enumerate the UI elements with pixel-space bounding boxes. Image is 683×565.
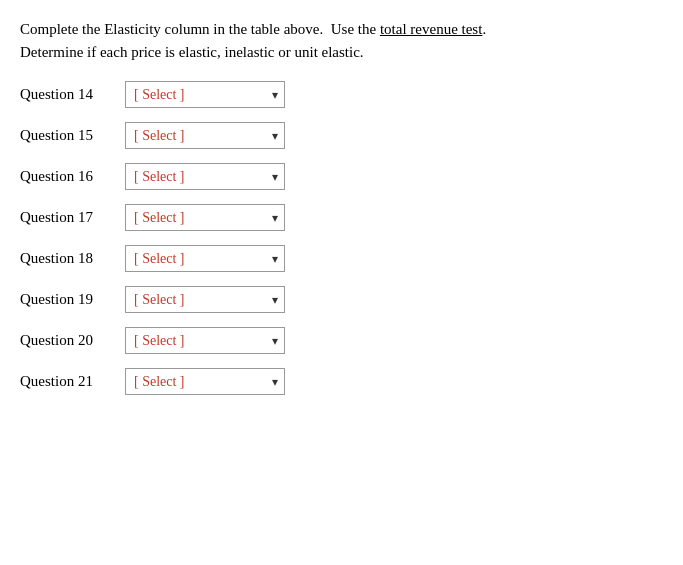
question-label: Question 21: [20, 373, 125, 390]
select-dropdown-q21[interactable]: [ Select ]elasticinelasticunit elastic: [125, 368, 285, 395]
question-row: Question 21[ Select ]elasticinelasticuni…: [20, 368, 663, 395]
questions-container: Question 14[ Select ]elasticinelasticuni…: [20, 81, 663, 395]
select-dropdown-q19[interactable]: [ Select ]elasticinelasticunit elastic: [125, 286, 285, 313]
question-row: Question 16[ Select ]elasticinelasticuni…: [20, 163, 663, 190]
question-row: Question 19[ Select ]elasticinelasticuni…: [20, 286, 663, 313]
question-label: Question 19: [20, 291, 125, 308]
select-wrapper: [ Select ]elasticinelasticunit elastic▾: [125, 122, 285, 149]
question-label: Question 20: [20, 332, 125, 349]
total-revenue-test-link[interactable]: total revenue test: [380, 21, 482, 37]
question-row: Question 14[ Select ]elasticinelasticuni…: [20, 81, 663, 108]
select-wrapper: [ Select ]elasticinelasticunit elastic▾: [125, 204, 285, 231]
select-dropdown-q17[interactable]: [ Select ]elasticinelasticunit elastic: [125, 204, 285, 231]
question-label: Question 16: [20, 168, 125, 185]
question-label: Question 14: [20, 86, 125, 103]
question-row: Question 17[ Select ]elasticinelasticuni…: [20, 204, 663, 231]
question-label: Question 17: [20, 209, 125, 226]
question-row: Question 15[ Select ]elasticinelasticuni…: [20, 122, 663, 149]
select-wrapper: [ Select ]elasticinelasticunit elastic▾: [125, 327, 285, 354]
question-row: Question 20[ Select ]elasticinelasticuni…: [20, 327, 663, 354]
question-label: Question 18: [20, 250, 125, 267]
select-wrapper: [ Select ]elasticinelasticunit elastic▾: [125, 286, 285, 313]
select-wrapper: [ Select ]elasticinelasticunit elastic▾: [125, 368, 285, 395]
select-dropdown-q14[interactable]: [ Select ]elasticinelasticunit elastic: [125, 81, 285, 108]
select-wrapper: [ Select ]elasticinelasticunit elastic▾: [125, 245, 285, 272]
select-dropdown-q18[interactable]: [ Select ]elasticinelasticunit elastic: [125, 245, 285, 272]
select-dropdown-q15[interactable]: [ Select ]elasticinelasticunit elastic: [125, 122, 285, 149]
select-dropdown-q16[interactable]: [ Select ]elasticinelasticunit elastic: [125, 163, 285, 190]
instructions-block: Complete the Elasticity column in the ta…: [20, 18, 663, 63]
select-dropdown-q20[interactable]: [ Select ]elasticinelasticunit elastic: [125, 327, 285, 354]
select-wrapper: [ Select ]elasticinelasticunit elastic▾: [125, 81, 285, 108]
question-label: Question 15: [20, 127, 125, 144]
select-wrapper: [ Select ]elasticinelasticunit elastic▾: [125, 163, 285, 190]
question-row: Question 18[ Select ]elasticinelasticuni…: [20, 245, 663, 272]
instruction-text: Complete the Elasticity column in the ta…: [20, 18, 663, 63]
